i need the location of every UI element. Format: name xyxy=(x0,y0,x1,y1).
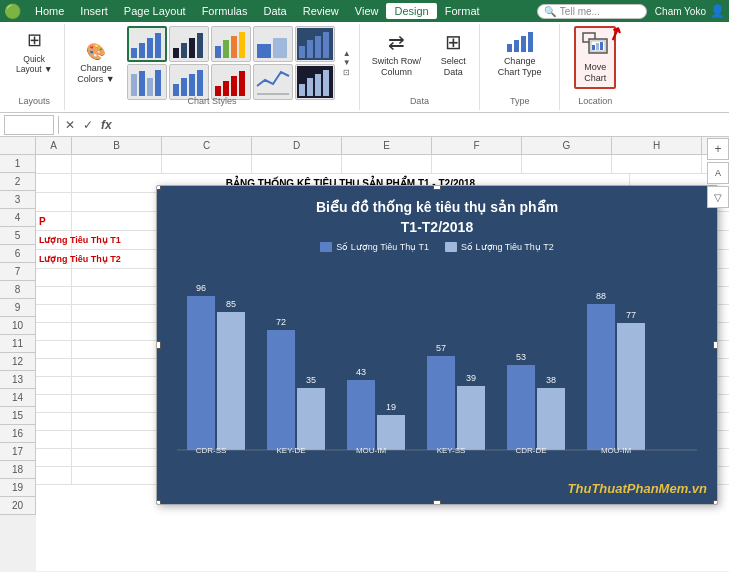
chart-style-2[interactable] xyxy=(169,26,209,62)
row-header-11[interactable]: 11 xyxy=(0,335,36,353)
cell-d1[interactable] xyxy=(252,155,342,173)
row-header-5[interactable]: 5 xyxy=(0,227,36,245)
col-header-g[interactable]: G xyxy=(522,137,612,154)
chart-style-7[interactable] xyxy=(169,64,209,100)
chart-style-5[interactable] xyxy=(295,26,335,62)
row-header-12[interactable]: 12 xyxy=(0,353,36,371)
cell-b1[interactable] xyxy=(72,155,162,173)
user-icon[interactable]: 👤 xyxy=(710,4,725,18)
resize-handle-ml[interactable] xyxy=(156,341,161,349)
cell-b4[interactable] xyxy=(72,212,162,230)
chart-style-8[interactable] xyxy=(211,64,251,100)
cell-a17[interactable] xyxy=(36,449,72,467)
row-header-19[interactable]: 19 xyxy=(0,479,36,497)
cell-a4[interactable]: P xyxy=(36,212,72,230)
cell-g1[interactable] xyxy=(522,155,612,173)
sidebar-btn-style[interactable]: A xyxy=(707,162,729,184)
cell-b6[interactable] xyxy=(72,250,162,268)
resize-handle-br[interactable] xyxy=(713,500,718,505)
scroll-down-btn[interactable]: ▼ xyxy=(343,58,351,68)
row-header-4[interactable]: 4 xyxy=(0,209,36,227)
cell-a2[interactable] xyxy=(36,174,72,192)
insert-function-icon[interactable]: fx xyxy=(99,117,114,133)
col-header-a[interactable]: A xyxy=(36,137,72,154)
resize-handle-tl[interactable] xyxy=(156,185,161,190)
row-header-3[interactable]: 3 xyxy=(0,191,36,209)
menu-design[interactable]: Design xyxy=(386,3,436,19)
chart-style-3[interactable] xyxy=(211,26,251,62)
cell-a1[interactable] xyxy=(36,155,72,173)
menu-page-layout[interactable]: Page Layout xyxy=(116,3,194,19)
cell-a18[interactable] xyxy=(36,467,72,485)
resize-handle-bl[interactable] xyxy=(156,500,161,505)
col-header-e[interactable]: E xyxy=(342,137,432,154)
menu-formulas[interactable]: Formulas xyxy=(194,3,256,19)
change-colors-button[interactable]: 🎨 ChangeColors ▼ xyxy=(71,38,120,89)
row-header-18[interactable]: 18 xyxy=(0,461,36,479)
cells-area[interactable]: BẢNG THỐNG KÊ TIÊU THỤ SẢN PHẨM T1 - T2/… xyxy=(36,155,729,571)
row-header-13[interactable]: 13 xyxy=(0,371,36,389)
row-header-8[interactable]: 8 xyxy=(0,281,36,299)
switch-row-column-button[interactable]: ⇄ Switch Row/Column xyxy=(366,26,428,82)
sidebar-btn-filter[interactable]: ▽ xyxy=(707,186,729,208)
menu-home[interactable]: Home xyxy=(27,3,72,19)
menu-data[interactable]: Data xyxy=(255,3,294,19)
cell-b3[interactable] xyxy=(72,193,162,211)
scroll-more-btn[interactable]: ⊡ xyxy=(343,68,351,78)
cell-a7[interactable] xyxy=(36,269,72,287)
cell-a3[interactable] xyxy=(36,193,72,211)
resize-handle-tm[interactable] xyxy=(433,185,441,190)
cell-f1[interactable] xyxy=(432,155,522,173)
menu-format[interactable]: Format xyxy=(437,3,488,19)
chart-container[interactable]: Biểu đồ thống kê tiêu thụ sản phẩm T1-T2… xyxy=(156,185,718,505)
cell-a6[interactable]: Lượng Tiêu Thụ T2 xyxy=(36,250,72,268)
cell-a8[interactable] xyxy=(36,287,72,305)
chart-style-9[interactable] xyxy=(253,64,293,100)
cell-c1[interactable] xyxy=(162,155,252,173)
cell-b5[interactable] xyxy=(72,231,162,249)
cell-a9[interactable] xyxy=(36,305,72,323)
row-header-2[interactable]: 2 xyxy=(0,173,36,191)
quick-layout-button[interactable]: ⊞ QuickLayout ▼ xyxy=(10,26,58,78)
move-chart-button[interactable]: MoveChart ↗ xyxy=(574,26,616,89)
chart-style-6[interactable] xyxy=(127,64,167,100)
chart-style-10[interactable] xyxy=(295,64,335,100)
cell-a13[interactable] xyxy=(36,377,72,395)
tell-me-input[interactable]: 🔍 Tell me... xyxy=(537,4,647,19)
row-header-14[interactable]: 14 xyxy=(0,389,36,407)
cancel-formula-icon[interactable]: ✕ xyxy=(63,117,77,133)
col-header-f[interactable]: F xyxy=(432,137,522,154)
chart-style-4[interactable] xyxy=(253,26,293,62)
select-data-button[interactable]: ⊞ SelectData xyxy=(433,26,473,82)
row-header-6[interactable]: 6 xyxy=(0,245,36,263)
sidebar-btn-add[interactable]: + xyxy=(707,138,729,160)
formula-input[interactable] xyxy=(118,119,725,131)
col-header-c[interactable]: C xyxy=(162,137,252,154)
col-header-b[interactable]: B xyxy=(72,137,162,154)
cell-a10[interactable] xyxy=(36,323,72,341)
row-header-10[interactable]: 10 xyxy=(0,317,36,335)
resize-handle-mr[interactable] xyxy=(713,341,718,349)
row-header-16[interactable]: 16 xyxy=(0,425,36,443)
row-header-20[interactable]: 20 xyxy=(0,497,36,515)
confirm-formula-icon[interactable]: ✓ xyxy=(81,117,95,133)
menu-review[interactable]: Review xyxy=(295,3,347,19)
cell-a11[interactable] xyxy=(36,341,72,359)
cell-a5[interactable]: Lượng Tiêu Thụ T1 xyxy=(36,231,72,249)
menu-insert[interactable]: Insert xyxy=(72,3,116,19)
cell-a12[interactable] xyxy=(36,359,72,377)
col-header-d[interactable]: D xyxy=(252,137,342,154)
change-chart-type-button[interactable]: ChangeChart Type xyxy=(492,26,548,82)
name-box-input[interactable] xyxy=(4,115,54,135)
row-header-17[interactable]: 17 xyxy=(0,443,36,461)
cell-a16[interactable] xyxy=(36,431,72,449)
row-header-15[interactable]: 15 xyxy=(0,407,36,425)
cell-a15[interactable] xyxy=(36,413,72,431)
row-header-7[interactable]: 7 xyxy=(0,263,36,281)
col-header-h[interactable]: H xyxy=(612,137,702,154)
row-header-9[interactable]: 9 xyxy=(0,299,36,317)
cell-e1[interactable] xyxy=(342,155,432,173)
chart-style-1[interactable] xyxy=(127,26,167,62)
row-header-1[interactable]: 1 xyxy=(0,155,36,173)
scroll-up-btn[interactable]: ▲ xyxy=(343,49,351,59)
